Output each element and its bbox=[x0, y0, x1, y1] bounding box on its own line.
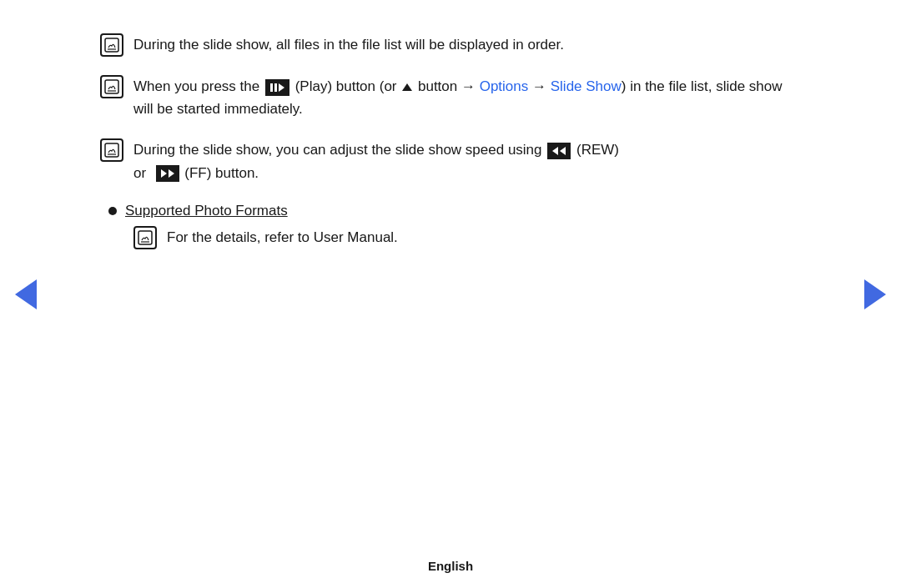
note-icon-4 bbox=[133, 226, 157, 249]
up-arrow-icon bbox=[402, 83, 412, 91]
note-item-1: During the slide show, all files in the … bbox=[100, 33, 801, 57]
bullet-header: Supported Photo Formats bbox=[108, 203, 801, 219]
sub-note: For the details, refer to User Manual. bbox=[133, 226, 801, 249]
note-item-3: During the slide show, you can adjust th… bbox=[100, 138, 801, 183]
nav-arrow-left[interactable] bbox=[15, 279, 37, 309]
note-text-3: During the slide show, you can adjust th… bbox=[133, 138, 619, 183]
slide-show-link: Slide Show bbox=[551, 78, 622, 94]
options-link: Options bbox=[480, 78, 529, 94]
note-icon-2 bbox=[100, 75, 123, 98]
nav-arrow-right[interactable] bbox=[864, 279, 886, 309]
bullet-section: Supported Photo Formats For the details,… bbox=[108, 203, 801, 249]
note-text-2: When you press the (Play) button (or but… bbox=[133, 75, 801, 120]
play-pause-button-icon bbox=[265, 79, 289, 96]
sub-note-text: For the details, refer to User Manual. bbox=[167, 226, 398, 249]
bullet-label: Supported Photo Formats bbox=[125, 203, 288, 219]
ff-button-icon bbox=[156, 165, 179, 182]
footer-language: English bbox=[0, 559, 901, 573]
note-item-2: When you press the (Play) button (or but… bbox=[100, 75, 801, 120]
note-icon-1 bbox=[100, 33, 123, 57]
main-content: During the slide show, all files in the … bbox=[0, 8, 901, 249]
note-text-1: During the slide show, all files in the … bbox=[133, 33, 564, 56]
rew-button-icon bbox=[547, 143, 571, 159]
note-icon-3 bbox=[100, 138, 123, 162]
bullet-dot bbox=[108, 207, 117, 215]
